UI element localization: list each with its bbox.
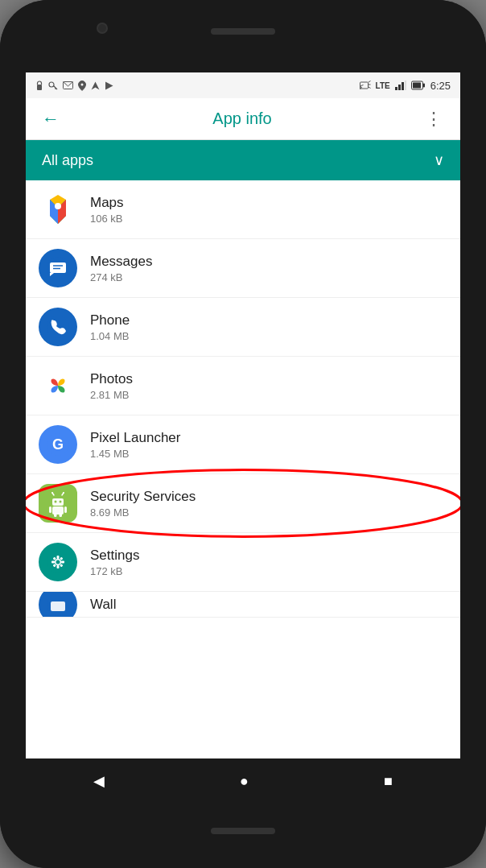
svg-rect-53 (61, 561, 64, 564)
app-name: Wall (90, 597, 447, 613)
lock-icon (35, 81, 43, 91)
key-icon (48, 81, 58, 90)
app-size: 106 kB (90, 213, 447, 225)
phone-bottom-bezel (0, 804, 486, 868)
app-icon-security-services (39, 484, 77, 523)
app-icon-messages (39, 249, 77, 287)
wallet-icon-svg (47, 593, 69, 616)
svg-rect-17 (413, 83, 421, 89)
app-info-security-services: Security Services 8.69 MB (90, 489, 447, 519)
list-item[interactable]: Wall (26, 592, 460, 618)
app-info-messages: Messages 274 kB (90, 254, 447, 283)
app-info-pixel-launcher: Pixel Launcher 1.45 MB (90, 430, 447, 460)
list-item[interactable]: Messages 274 kB (26, 239, 460, 298)
svg-rect-43 (49, 506, 51, 513)
front-camera (97, 23, 108, 34)
svg-line-9 (369, 81, 371, 83)
svg-rect-46 (60, 513, 63, 517)
phone-icon-svg (47, 316, 69, 338)
list-item[interactable]: Photos 2.81 MB (26, 357, 460, 415)
svg-point-41 (60, 501, 62, 503)
app-list: Maps 106 kB Messages (26, 180, 460, 758)
maps-icon-svg (43, 195, 72, 224)
svg-marker-6 (92, 81, 100, 89)
svg-point-5 (81, 83, 84, 85)
app-info-settings: Settings 172 kB (90, 548, 447, 577)
status-time: 6:25 (430, 80, 451, 92)
list-item[interactable]: Phone 1.04 MB (26, 298, 460, 357)
app-name: Pixel Launcher (90, 430, 447, 446)
svg-marker-7 (105, 81, 113, 89)
svg-point-24 (55, 203, 61, 209)
svg-point-49 (56, 560, 60, 564)
app-size: 172 kB (90, 565, 447, 577)
svg-rect-15 (405, 81, 406, 90)
svg-rect-45 (54, 513, 57, 517)
app-size: 8.69 MB (90, 506, 447, 519)
list-item[interactable]: Security Services 8.69 MB (26, 474, 460, 533)
phone-frame: LTE 6:25 ← App info (0, 0, 486, 868)
app-info-wallet: Wall (90, 597, 447, 613)
app-name: Settings (90, 548, 447, 564)
battery-icon (411, 81, 426, 90)
app-name: Photos (90, 371, 447, 387)
status-bar: LTE 6:25 (26, 72, 460, 98)
settings-icon-svg (47, 551, 69, 573)
svg-line-11 (369, 87, 371, 89)
navigation-bar: ◀ ● ■ (26, 758, 460, 804)
list-item[interactable]: Settings 172 kB (26, 533, 460, 592)
app-size: 1.45 MB (90, 448, 447, 460)
page-title: App info (212, 110, 271, 128)
list-item[interactable]: G Pixel Launcher 1.45 MB (26, 415, 460, 474)
svg-rect-12 (395, 87, 397, 90)
app-name: Messages (90, 254, 447, 270)
app-icon-wallet (39, 592, 77, 618)
svg-rect-59 (51, 601, 65, 611)
pixel-launcher-icon-svg: G (47, 433, 69, 456)
svg-rect-39 (52, 498, 64, 506)
list-item[interactable]: Maps 106 kB (26, 180, 460, 239)
svg-text:G: G (52, 436, 64, 453)
mail-icon (63, 81, 73, 89)
navigation-icon (91, 81, 100, 90)
svg-rect-13 (398, 85, 401, 90)
app-icon-maps (39, 190, 77, 229)
app-info-phone: Phone 1.04 MB (90, 312, 447, 342)
back-button[interactable]: ← (39, 105, 63, 133)
lte-indicator: LTE (376, 81, 390, 90)
svg-rect-28 (47, 316, 69, 338)
earpiece (211, 28, 275, 35)
svg-point-1 (49, 82, 54, 87)
svg-point-38 (63, 492, 64, 494)
svg-point-36 (51, 492, 53, 494)
svg-rect-51 (57, 565, 60, 568)
app-icon-phone (39, 308, 77, 346)
app-icon-photos (39, 366, 77, 405)
app-icon-settings (39, 543, 77, 581)
play-icon (105, 81, 113, 90)
cast-icon (360, 81, 371, 90)
svg-rect-14 (402, 82, 404, 90)
app-icon-pixel-launcher: G (39, 425, 77, 464)
chevron-down-icon: ∨ (434, 151, 444, 169)
status-right-icons: LTE 6:25 (360, 80, 451, 92)
svg-rect-0 (37, 85, 42, 90)
app-name: Maps (90, 195, 447, 211)
signal-icon (395, 81, 406, 90)
messages-icon-svg (47, 257, 69, 279)
home-nav-button[interactable]: ● (224, 765, 265, 798)
app-size: 2.81 MB (90, 389, 447, 401)
app-info-photos: Photos 2.81 MB (90, 371, 447, 401)
more-options-button[interactable]: ⋮ (422, 107, 447, 131)
security-services-icon-svg (43, 489, 72, 518)
svg-rect-52 (51, 561, 55, 564)
svg-point-40 (55, 501, 57, 503)
filter-dropdown[interactable]: All apps ∨ (26, 140, 460, 180)
recents-nav-button[interactable]: ■ (368, 765, 409, 798)
svg-rect-44 (64, 506, 67, 513)
app-info-maps: Maps 106 kB (90, 195, 447, 225)
map-pin-icon (78, 81, 86, 91)
app-size: 1.04 MB (90, 330, 447, 342)
svg-rect-50 (57, 556, 60, 559)
back-nav-button[interactable]: ◀ (77, 764, 121, 798)
